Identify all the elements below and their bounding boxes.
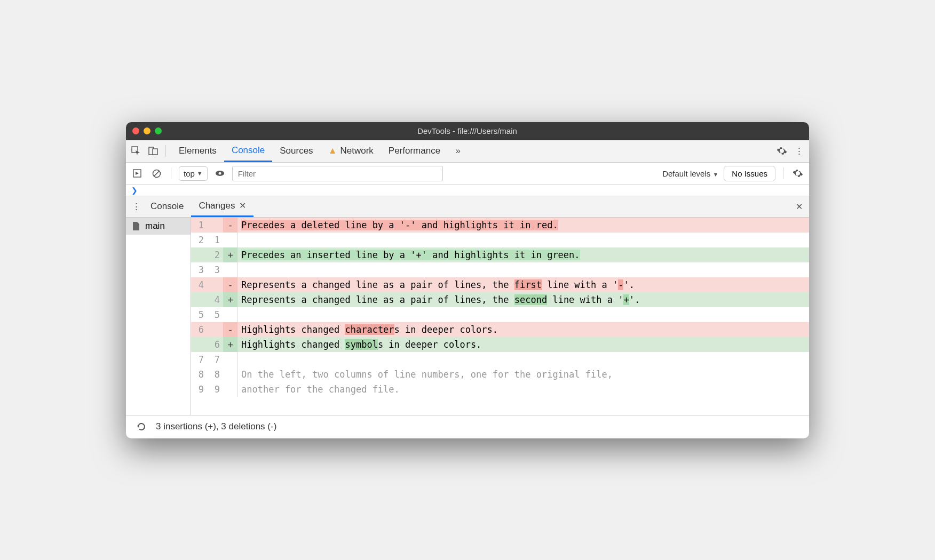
- diff-segment: line with a ': [542, 279, 618, 290]
- drawer-tab-changes[interactable]: Changes✕: [191, 196, 253, 217]
- toggle-drawer-icon[interactable]: [130, 162, 144, 185]
- diff-segment: line with a ': [547, 294, 623, 305]
- changes-panel: main 1-Precedes a deleted line by a '-' …: [126, 218, 809, 415]
- tab-sources[interactable]: Sources: [272, 140, 320, 162]
- levels-label: Default levels: [662, 169, 710, 178]
- tab-performance[interactable]: Performance: [381, 140, 448, 162]
- diff-gutter: [223, 382, 238, 397]
- diff-segment: s in deeper colors.: [394, 324, 498, 335]
- filter-input[interactable]: [232, 166, 443, 181]
- tab-elements[interactable]: Elements: [171, 140, 224, 162]
- settings-gear-icon[interactable]: [791, 162, 805, 185]
- more-tabs-icon[interactable]: »: [451, 140, 465, 162]
- warning-icon: ▲: [328, 146, 337, 156]
- tab-network[interactable]: ▲Network: [321, 140, 381, 162]
- diff-row: 21: [191, 233, 809, 247]
- diff-gutter: [223, 352, 238, 367]
- console-prompt[interactable]: ❯: [126, 185, 809, 196]
- settings-gear-icon[interactable]: [775, 140, 789, 162]
- line-number-old: [191, 292, 207, 307]
- file-name: main: [145, 221, 165, 231]
- diff-view[interactable]: 1-Precedes a deleted line by a '-' and h…: [191, 218, 809, 415]
- tab-label: Console: [232, 145, 265, 156]
- diff-row: 4+Represents a changed line as a pair of…: [191, 292, 809, 307]
- revert-icon[interactable]: [134, 415, 148, 438]
- diff-segment: second: [514, 294, 547, 305]
- separator: [783, 167, 783, 179]
- diff-segment: Represents a changed line as a pair of l…: [241, 279, 514, 290]
- titlebar: DevTools - file:///Users/main: [126, 122, 809, 140]
- diff-row: 2+Precedes an inserted line by a '+' and…: [191, 247, 809, 262]
- tab-label: Sources: [280, 146, 313, 156]
- tab-console[interactable]: Console: [224, 140, 272, 162]
- clear-console-icon[interactable]: [149, 162, 163, 185]
- window-title: DevTools - file:///Users/main: [162, 126, 773, 135]
- close-window-button[interactable]: [132, 127, 139, 134]
- live-expression-icon[interactable]: [213, 162, 227, 185]
- line-number-new: 1: [207, 233, 223, 247]
- line-number-old: 1: [191, 218, 207, 233]
- diff-segment: Precedes a deleted line by a '-' and hig…: [241, 220, 558, 230]
- diff-segment: Highlights changed: [241, 339, 345, 350]
- diff-segment: another for the changed file.: [241, 384, 400, 395]
- tab-label: Elements: [179, 146, 217, 156]
- issues-button[interactable]: No Issues: [724, 166, 775, 181]
- diff-segment: '.: [629, 294, 640, 305]
- line-number-new: 7: [207, 352, 223, 367]
- diff-segment: On the left, two columns of line numbers…: [241, 369, 613, 380]
- diff-gutter: +: [223, 292, 238, 307]
- tab-label: Performance: [389, 146, 440, 156]
- line-number-new: 2: [207, 247, 223, 262]
- diff-row: 4-Represents a changed line as a pair of…: [191, 277, 809, 292]
- line-number-old: 4: [191, 277, 207, 292]
- diff-gutter: -: [223, 277, 238, 292]
- dropdown-icon: ▼: [712, 171, 718, 178]
- diff-segment: Highlights changed: [241, 324, 345, 335]
- tab-label: Network: [340, 146, 373, 156]
- minimize-window-button[interactable]: [144, 127, 150, 134]
- close-tab-icon[interactable]: ✕: [239, 201, 246, 211]
- svg-point-7: [218, 172, 221, 175]
- diff-segment: first: [514, 279, 542, 290]
- diff-text: On the left, two columns of line numbers…: [238, 367, 809, 382]
- line-number-old: 7: [191, 352, 207, 367]
- line-number-new: 8: [207, 367, 223, 382]
- diff-text: [238, 262, 809, 277]
- line-number-new: 9: [207, 382, 223, 397]
- dropdown-icon: ▼: [197, 170, 203, 177]
- file-item[interactable]: main: [126, 218, 191, 235]
- line-number-new: 5: [207, 307, 223, 322]
- maximize-window-button[interactable]: [155, 127, 162, 134]
- separator: [171, 167, 171, 179]
- diff-row: 55: [191, 307, 809, 322]
- line-number-old: 3: [191, 262, 207, 277]
- kebab-menu-icon[interactable]: ⋮: [792, 140, 806, 162]
- diff-row: 6+Highlights changed symbols in deeper c…: [191, 337, 809, 352]
- close-drawer-icon[interactable]: ✕: [792, 195, 806, 218]
- inspect-element-icon[interactable]: [129, 140, 143, 162]
- device-toolbar-icon[interactable]: [146, 140, 160, 162]
- diff-text: [238, 352, 809, 367]
- line-number-old: 9: [191, 382, 207, 397]
- kebab-menu-icon[interactable]: ⋮: [129, 195, 143, 218]
- log-levels-selector[interactable]: Default levels ▼: [662, 169, 718, 178]
- line-number-old: 8: [191, 367, 207, 382]
- drawer-tab-console[interactable]: Console: [143, 196, 191, 217]
- diff-gutter: [223, 262, 238, 277]
- diff-segment: Represents a changed line as a pair of l…: [241, 294, 514, 305]
- diff-gutter: -: [223, 322, 238, 337]
- changes-footer: 3 insertions (+), 3 deletions (-): [126, 415, 809, 438]
- diff-text: another for the changed file.: [238, 382, 809, 397]
- diff-gutter: [223, 307, 238, 322]
- diff-text: Highlights changed characters in deeper …: [238, 322, 809, 337]
- drawer-tabstrip: ⋮ ConsoleChanges✕ ✕: [126, 196, 809, 218]
- line-number-old: 2: [191, 233, 207, 247]
- diff-text: Represents a changed line as a pair of l…: [238, 277, 809, 292]
- line-number-old: 5: [191, 307, 207, 322]
- diff-row: 1-Precedes a deleted line by a '-' and h…: [191, 218, 809, 233]
- context-selector[interactable]: top ▼: [179, 166, 208, 181]
- line-number-new: 3: [207, 262, 223, 277]
- diff-segment: '.: [623, 279, 634, 290]
- diff-row: 77: [191, 352, 809, 367]
- diff-segment: s in deeper colors.: [378, 339, 481, 350]
